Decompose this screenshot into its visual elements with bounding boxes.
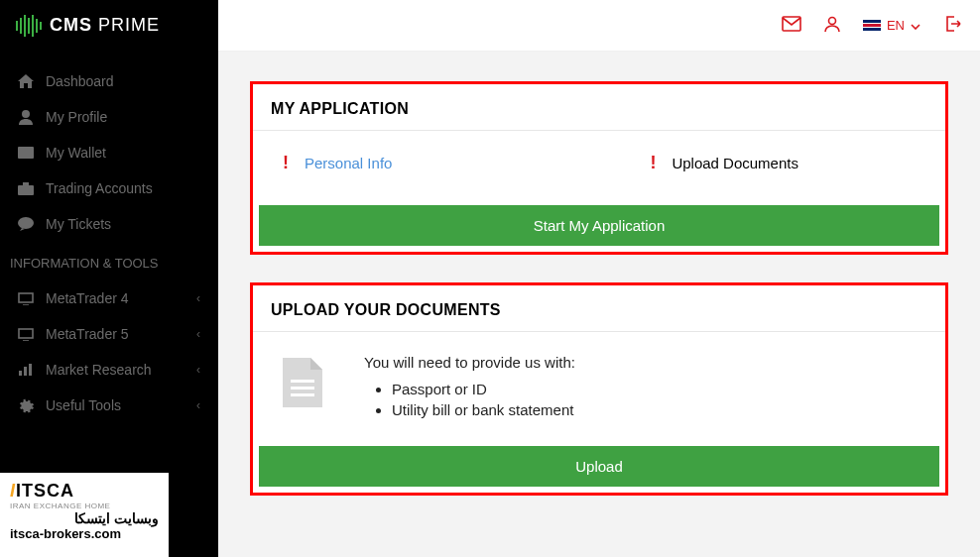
monitor-icon — [18, 292, 34, 305]
sidebar: Dashboard My Profile My Wallet Trading A… — [0, 52, 218, 557]
svg-rect-5 — [23, 182, 29, 185]
warning-icon: ! — [650, 153, 656, 173]
svg-point-2 — [22, 110, 30, 118]
step-personal-info[interactable]: ! Personal Info — [283, 153, 392, 173]
header-actions: EN — [782, 14, 962, 38]
svg-rect-3 — [18, 147, 34, 159]
flag-icon — [863, 20, 881, 31]
svg-rect-8 — [19, 329, 33, 338]
sidebar-item-label: MetaTrader 4 — [46, 290, 129, 306]
chevron-left-icon: ‹ — [196, 291, 200, 305]
sidebar-item-profile[interactable]: My Profile — [0, 99, 218, 135]
sidebar-item-label: My Profile — [46, 109, 107, 125]
user-icon — [18, 110, 34, 125]
briefcase-icon — [18, 182, 34, 195]
affiliate-badge: IITSCA IRAN EXCHANGE HOME وبسایت ایتسکا … — [0, 473, 169, 557]
upload-panel: UPLOAD YOUR DOCUMENTS You will need to p… — [250, 282, 948, 496]
svg-rect-11 — [29, 364, 32, 376]
header: CMS PRIME EN — [0, 0, 980, 52]
chevron-left-icon: ‹ — [196, 398, 200, 412]
document-icon — [283, 358, 322, 407]
sidebar-item-tickets[interactable]: My Tickets — [0, 206, 218, 242]
logout-icon[interactable] — [942, 14, 962, 38]
sidebar-item-label: My Wallet — [46, 145, 106, 161]
user-icon[interactable] — [823, 15, 841, 37]
sidebar-item-label: Dashboard — [46, 73, 114, 89]
language-label: EN — [887, 18, 905, 33]
application-steps: ! Personal Info ! Upload Documents — [253, 131, 945, 205]
sidebar-item-label: MetaTrader 5 — [46, 326, 129, 342]
upload-button[interactable]: Upload — [259, 446, 939, 487]
logo-bars-icon — [16, 15, 42, 37]
sidebar-item-dashboard[interactable]: Dashboard — [0, 63, 218, 99]
svg-rect-13 — [291, 387, 314, 390]
svg-rect-7 — [19, 293, 33, 302]
sidebar-item-label: My Tickets — [46, 216, 111, 232]
chart-icon — [18, 364, 34, 376]
chevron-left-icon: ‹ — [196, 327, 200, 341]
step-label: Upload Documents — [672, 155, 798, 171]
panel-title: UPLOAD YOUR DOCUMENTS — [253, 285, 945, 332]
logo[interactable]: CMS PRIME — [0, 0, 218, 52]
requirement-item: Utility bill or bank statement — [392, 401, 575, 418]
chat-icon — [18, 217, 34, 231]
application-panel: MY APPLICATION ! Personal Info ! Upload … — [250, 81, 948, 255]
requirement-item: Passport or ID — [392, 381, 575, 397]
panel-title: MY APPLICATION — [253, 84, 945, 131]
badge-url: itsca-brokers.com — [10, 526, 159, 541]
step-label: Personal Info — [305, 155, 392, 171]
warning-icon: ! — [283, 153, 289, 173]
badge-arabic: وبسایت ایتسکا — [10, 510, 159, 526]
upload-instructions: You will need to provide us with: Passpo… — [364, 354, 575, 422]
svg-rect-4 — [18, 185, 34, 195]
logo-text: CMS PRIME — [50, 15, 160, 36]
svg-rect-12 — [291, 380, 314, 383]
sidebar-item-research[interactable]: Market Research ‹ — [0, 352, 218, 388]
svg-point-6 — [18, 217, 34, 229]
sidebar-item-tools[interactable]: Useful Tools ‹ — [0, 388, 218, 423]
chevron-left-icon: ‹ — [196, 363, 200, 377]
main-content: MY APPLICATION ! Personal Info ! Upload … — [218, 52, 980, 557]
badge-subtitle: IRAN EXCHANGE HOME — [10, 501, 159, 510]
start-application-button[interactable]: Start My Application — [259, 205, 939, 246]
badge-title: IITSCA — [10, 481, 159, 501]
sidebar-item-label: Trading Accounts — [46, 180, 153, 196]
sidebar-item-label: Market Research — [46, 362, 152, 378]
svg-rect-14 — [291, 393, 314, 396]
language-switcher[interactable]: EN — [863, 18, 920, 33]
svg-rect-9 — [19, 371, 22, 376]
mail-icon[interactable] — [782, 16, 801, 36]
upload-intro: You will need to provide us with: — [364, 354, 575, 371]
sidebar-item-accounts[interactable]: Trading Accounts — [0, 170, 218, 206]
step-upload-documents[interactable]: ! Upload Documents — [650, 153, 798, 173]
home-icon — [18, 74, 34, 88]
sidebar-item-mt5[interactable]: MetaTrader 5 ‹ — [0, 316, 218, 352]
chevron-down-icon — [911, 18, 920, 33]
sidebar-item-mt4[interactable]: MetaTrader 4 ‹ — [0, 280, 218, 316]
svg-rect-10 — [24, 367, 27, 376]
monitor-icon — [18, 328, 34, 341]
gear-icon — [18, 398, 34, 413]
sidebar-item-wallet[interactable]: My Wallet — [0, 135, 218, 170]
wallet-icon — [18, 147, 34, 159]
sidebar-item-label: Useful Tools — [46, 397, 121, 413]
sidebar-section-heading: INFORMATION & TOOLS — [0, 242, 218, 280]
svg-point-1 — [828, 17, 835, 24]
